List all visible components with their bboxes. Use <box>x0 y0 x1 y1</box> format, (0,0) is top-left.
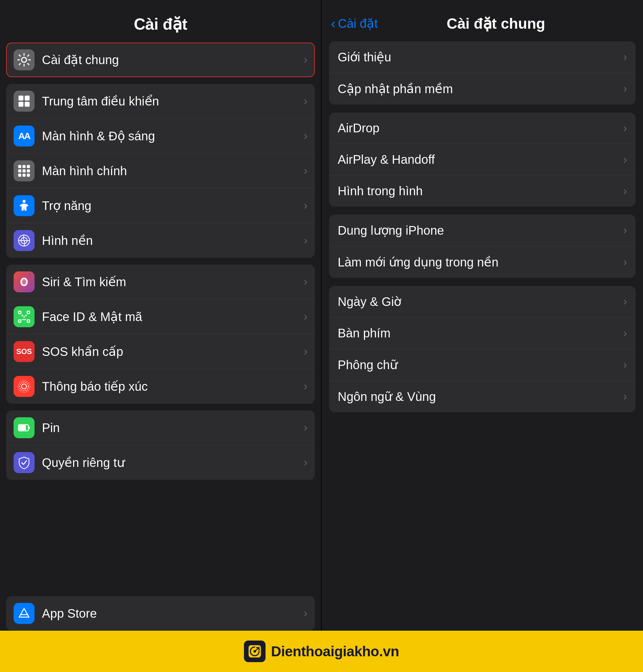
svg-rect-9 <box>23 169 26 172</box>
right-item-label-airdrop: AirDrop <box>338 121 623 135</box>
settings-item-appstore[interactable]: App Store › <box>6 596 315 631</box>
svg-rect-10 <box>27 169 30 172</box>
svg-rect-11 <box>18 174 21 177</box>
chevron-icon: › <box>304 130 307 143</box>
right-item-datetime[interactable]: Ngày & Giờ › <box>329 286 635 318</box>
svg-rect-29 <box>19 425 26 430</box>
settings-item-siri[interactable]: Siri & Tìm kiếm › <box>6 265 315 300</box>
settings-item-faceid[interactable]: Face ID & Mật mã › <box>6 300 315 334</box>
svg-rect-19 <box>19 311 21 314</box>
right-group-1: Giới thiệu › Cập nhật phần mềm › <box>329 41 635 105</box>
settings-item-display[interactable]: AA Màn hình & Độ sáng › <box>6 119 315 154</box>
right-group-2: AirDrop › AirPlay & Handoff › Hình trong… <box>329 112 635 207</box>
settings-item-contact-tracing[interactable]: Thông báo tiếp xúc › <box>6 369 315 404</box>
svg-rect-6 <box>23 165 26 168</box>
svg-rect-13 <box>27 174 30 177</box>
svg-rect-5 <box>18 165 21 168</box>
control-center-icon <box>14 91 35 112</box>
right-header: ‹ Cài đặt Cài đặt chung <box>322 0 643 41</box>
item-label-accessibility: Trợ năng <box>42 199 304 213</box>
right-chevron-fonts: › <box>623 358 627 371</box>
right-item-label-fonts: Phông chữ <box>338 358 623 372</box>
right-item-language[interactable]: Ngôn ngữ & Vùng › <box>329 381 635 412</box>
chevron-icon: › <box>304 421 307 434</box>
svg-rect-20 <box>27 311 29 314</box>
right-item-bg-refresh[interactable]: Làm mới ứng dụng trong nền › <box>329 246 635 278</box>
chevron-icon: › <box>304 345 307 358</box>
item-label-privacy: Quyền riêng tư <box>42 455 304 470</box>
chevron-icon: › <box>304 199 307 212</box>
settings-list: Cài đặt chung › Trung tâm điều k <box>0 42 321 596</box>
svg-point-23 <box>22 315 23 316</box>
right-title: Cài đặt chung <box>383 15 609 32</box>
right-item-label-keyboard: Bàn phím <box>338 326 623 340</box>
item-label-contact-tracing: Thông báo tiếp xúc <box>42 379 304 393</box>
right-chevron-language: › <box>623 390 627 403</box>
settings-item-wallpaper[interactable]: Hình nền › <box>6 223 315 258</box>
svg-point-25 <box>22 384 26 389</box>
home-screen-icon <box>14 160 35 181</box>
right-item-label-datetime: Ngày & Giờ <box>338 294 623 309</box>
item-label-home-screen: Màn hình chính <box>42 164 304 178</box>
right-item-storage[interactable]: Dung lượng iPhone › <box>329 215 635 246</box>
right-chevron-storage: › <box>623 224 627 237</box>
settings-group-highlighted: Cài đặt chung › <box>6 42 315 77</box>
settings-group-4: Pin › Quyền riêng tư › <box>6 411 315 480</box>
svg-rect-22 <box>27 320 29 322</box>
settings-item-control-center[interactable]: Trung tâm điều khiển › <box>6 84 315 119</box>
sos-icon: SOS <box>14 341 35 362</box>
item-label-control-center: Trung tâm điều khiển <box>42 94 304 108</box>
settings-item-general[interactable]: Cài đặt chung › <box>6 42 315 77</box>
right-item-airplay[interactable]: AirPlay & Handoff › <box>329 144 635 175</box>
right-item-label-storage: Dung lượng iPhone <box>338 223 623 237</box>
chevron-icon: › <box>304 607 307 620</box>
footer: Dienthoaigiakho.vn <box>0 631 643 672</box>
right-item-about[interactable]: Giới thiệu › <box>329 41 635 73</box>
right-group-4: Ngày & Giờ › Bàn phím › Phông chữ › Ngôn… <box>329 286 635 412</box>
svg-rect-8 <box>18 169 21 172</box>
right-item-label-bg-refresh: Làm mới ứng dụng trong nền <box>338 255 623 269</box>
settings-item-sos[interactable]: SOS SOS khẩn cấp › <box>6 334 315 369</box>
chevron-icon: › <box>304 456 307 469</box>
back-chevron-icon: ‹ <box>331 16 336 31</box>
settings-item-home-screen[interactable]: Màn hình chính › <box>6 154 315 188</box>
chevron-icon-general: › <box>304 53 307 66</box>
chevron-icon: › <box>304 380 307 393</box>
right-chevron-keyboard: › <box>623 327 627 340</box>
appstore-icon <box>14 603 35 624</box>
chevron-icon: › <box>304 234 307 247</box>
settings-item-battery[interactable]: Pin › <box>6 411 315 445</box>
settings-group-3: Siri & Tìm kiếm › <box>6 265 315 404</box>
item-label-faceid: Face ID & Mật mã <box>42 310 304 324</box>
svg-rect-3 <box>19 102 23 107</box>
item-label-wallpaper: Hình nền <box>42 233 304 248</box>
right-chevron-software-update: › <box>623 82 627 95</box>
svg-point-18 <box>22 279 26 285</box>
right-item-label-pip: Hình trong hình <box>338 184 623 198</box>
right-item-label-software-update: Cập nhật phần mềm <box>338 82 623 96</box>
item-label-appstore: App Store <box>42 607 304 621</box>
privacy-icon <box>14 452 35 473</box>
gear-icon <box>14 49 35 70</box>
display-icon: AA <box>14 125 35 146</box>
svg-point-24 <box>25 315 27 316</box>
svg-rect-7 <box>27 165 30 168</box>
settings-item-accessibility[interactable]: Trợ năng › <box>6 188 315 223</box>
right-item-keyboard[interactable]: Bàn phím › <box>329 318 635 349</box>
back-button[interactable]: ‹ Cài đặt <box>331 16 378 31</box>
item-label-sos: SOS khẩn cấp <box>42 344 304 359</box>
item-label-siri: Siri & Tìm kiếm <box>42 275 304 289</box>
footer-logo <box>244 640 266 662</box>
right-chevron-airdrop: › <box>623 122 627 135</box>
right-item-fonts[interactable]: Phông chữ › <box>329 349 635 381</box>
right-item-pip[interactable]: Hình trong hình › <box>329 175 635 207</box>
right-item-airdrop[interactable]: AirDrop › <box>329 112 635 144</box>
siri-icon <box>14 271 35 292</box>
item-label-general: Cài đặt chung <box>42 53 304 67</box>
right-chevron-bg-refresh: › <box>623 256 627 269</box>
faceid-icon <box>14 306 35 327</box>
right-item-software-update[interactable]: Cập nhật phần mềm › <box>329 73 635 105</box>
right-content: Giới thiệu › Cập nhật phần mềm › AirDrop… <box>322 41 643 631</box>
settings-item-privacy[interactable]: Quyền riêng tư › <box>6 445 315 480</box>
item-label-battery: Pin <box>42 421 304 435</box>
